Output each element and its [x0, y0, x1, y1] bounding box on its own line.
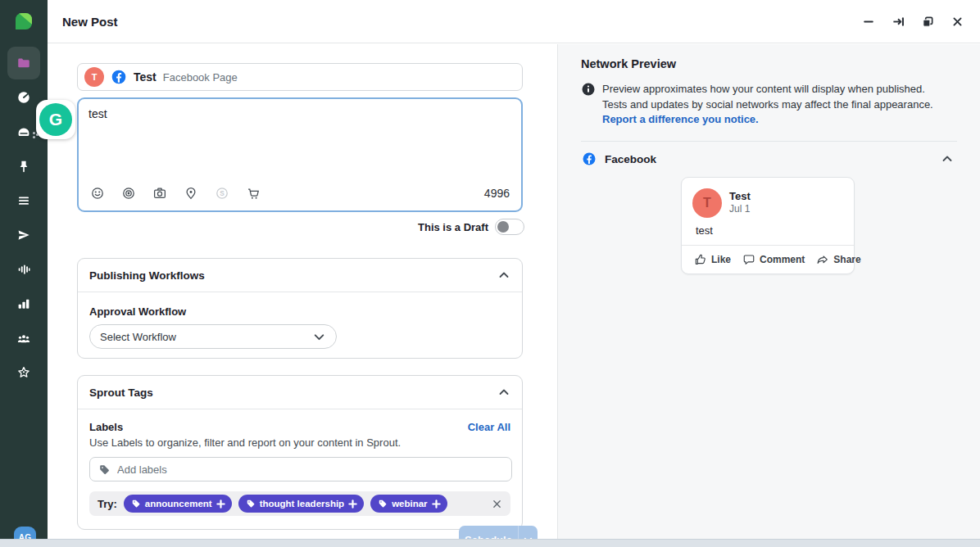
- preview-card-header: T Test Jul 1: [682, 178, 854, 218]
- pill-label: thought leadership: [260, 499, 345, 509]
- plus-icon: [432, 500, 441, 509]
- paid-dollar-icon[interactable]: S: [215, 186, 229, 201]
- sidebar-item-folder[interactable]: [7, 47, 40, 79]
- workflow-select-value: Select Workflow: [100, 331, 176, 343]
- chevron-up-icon[interactable]: [497, 386, 510, 399]
- chevron-up-icon[interactable]: [497, 269, 510, 282]
- info-icon: [582, 83, 595, 128]
- window-title: New Post: [62, 15, 118, 29]
- sidebar-item-pinned[interactable]: [7, 150, 40, 183]
- close-icon[interactable]: [949, 13, 965, 29]
- preview-avatar: T: [692, 188, 722, 218]
- composer-column: T Test Facebook Page test: [48, 44, 557, 539]
- network-preview-title: Network Preview: [581, 57, 676, 70]
- draft-row: This is a Draft: [418, 219, 524, 235]
- chevron-up-icon[interactable]: [941, 152, 954, 165]
- sidebar-item-inbox[interactable]: [7, 115, 40, 148]
- sidebar-item-audience[interactable]: [7, 322, 40, 355]
- emoji-icon[interactable]: [90, 186, 105, 201]
- chevron-down-icon: [312, 330, 326, 344]
- like-action: Like: [694, 253, 731, 266]
- window-controls: [860, 13, 965, 29]
- compose-box: test S 4996: [77, 97, 523, 212]
- tag-icon: [246, 499, 256, 509]
- toggle-knob: [497, 221, 509, 233]
- restore-icon[interactable]: [919, 13, 936, 29]
- asset-target-icon[interactable]: [121, 186, 136, 201]
- add-labels-input[interactable]: [117, 463, 503, 476]
- svg-text:S: S: [220, 190, 225, 197]
- publish-plane-icon: [16, 228, 31, 242]
- sprout-tags-header[interactable]: Sprout Tags: [78, 376, 522, 409]
- listening-waveform-icon: [16, 262, 31, 277]
- preview-post-date: Jul 1: [729, 203, 751, 215]
- add-labels-field[interactable]: [89, 457, 512, 481]
- suggested-label-pill[interactable]: thought leadership: [238, 495, 365, 513]
- dismiss-suggestions-icon[interactable]: [492, 499, 502, 509]
- labels-row: Labels Clear All: [89, 421, 510, 433]
- tag-icon: [131, 499, 141, 509]
- facebook-icon: [111, 69, 127, 85]
- suggested-label-pill[interactable]: webinar: [370, 495, 447, 513]
- compose-textarea[interactable]: test: [88, 107, 511, 183]
- sidebar-item-publishing[interactable]: [7, 219, 40, 251]
- facebook-icon: [582, 151, 597, 166]
- titlebar: New Post: [48, 0, 980, 43]
- preview-info-text: Preview approximates how your content wi…: [602, 82, 941, 128]
- profile-name: Test: [134, 70, 157, 84]
- facebook-section-header[interactable]: Facebook: [582, 151, 954, 166]
- sidebar-item-reports[interactable]: [7, 287, 40, 320]
- sprout-tags-title: Sprout Tags: [89, 387, 153, 399]
- preview-page-name: Test: [729, 190, 751, 202]
- profile-avatar: T: [84, 67, 104, 87]
- new-post-window: AG New Post G T: [0, 0, 980, 547]
- workflow-select[interactable]: Select Workflow: [89, 324, 337, 349]
- preview-info: Preview approximates how your content wi…: [582, 82, 941, 128]
- pill-label: announcement: [145, 499, 212, 509]
- comment-action: Comment: [742, 253, 805, 266]
- share-arrow-icon: [816, 253, 829, 266]
- preview-post-content: test: [682, 218, 854, 245]
- minimize-icon[interactable]: [860, 13, 877, 29]
- camera-icon[interactable]: [152, 186, 167, 201]
- profile-type: Facebook Page: [163, 71, 238, 84]
- facebook-preview-card: T Test Jul 1 test Like Co: [681, 177, 855, 274]
- audience-people-icon: [16, 331, 31, 346]
- publishing-workflows-card: Publishing Workflows Approval Workflow S…: [77, 258, 523, 359]
- clear-all-link[interactable]: Clear All: [468, 421, 510, 433]
- pill-label: webinar: [392, 499, 427, 509]
- drag-handle-dots: [33, 132, 35, 134]
- inbox-icon: [16, 124, 31, 139]
- grammarly-icon: G: [39, 103, 72, 136]
- suggested-label-pill[interactable]: announcement: [124, 495, 232, 513]
- preview-card-footer: Like Comment Share: [682, 245, 854, 274]
- product-cart-icon[interactable]: [246, 186, 261, 201]
- publishing-workflows-header[interactable]: Publishing Workflows: [78, 259, 522, 292]
- sidebar-item-tasks[interactable]: [7, 184, 40, 217]
- sprout-tags-card: Sprout Tags Labels Clear All Use Labels …: [77, 375, 523, 530]
- thumbs-up-icon: [694, 253, 707, 266]
- labels-description: Use Labels to organize, filter and repor…: [89, 436, 510, 449]
- profile-picker[interactable]: T Test Facebook Page: [77, 63, 523, 91]
- sprout-logo[interactable]: [0, 0, 48, 46]
- location-pin-icon[interactable]: [184, 186, 198, 201]
- list-icon: [16, 193, 31, 208]
- facebook-section-label: Facebook: [605, 153, 656, 165]
- move-to-side-icon[interactable]: [890, 13, 906, 29]
- sidebar-item-advocacy[interactable]: [7, 356, 40, 389]
- share-label: Share: [833, 254, 860, 265]
- divider: [581, 141, 957, 142]
- like-label: Like: [711, 254, 731, 265]
- network-preview-panel: Network Preview Preview approximates how…: [557, 44, 980, 539]
- grammarly-badge[interactable]: G: [36, 100, 75, 139]
- sidebar-item-listening[interactable]: [7, 253, 40, 286]
- tag-icon: [378, 499, 388, 509]
- bottom-edge-bar: [0, 539, 980, 547]
- try-label: Try:: [98, 498, 117, 510]
- report-difference-link[interactable]: Report a difference you notice.: [602, 113, 759, 125]
- draft-toggle[interactable]: [495, 219, 524, 235]
- sidebar-item-dashboard[interactable]: [7, 81, 40, 114]
- advocacy-star-icon: [16, 365, 31, 380]
- draft-label: This is a Draft: [418, 221, 488, 233]
- tag-icon: [98, 463, 111, 476]
